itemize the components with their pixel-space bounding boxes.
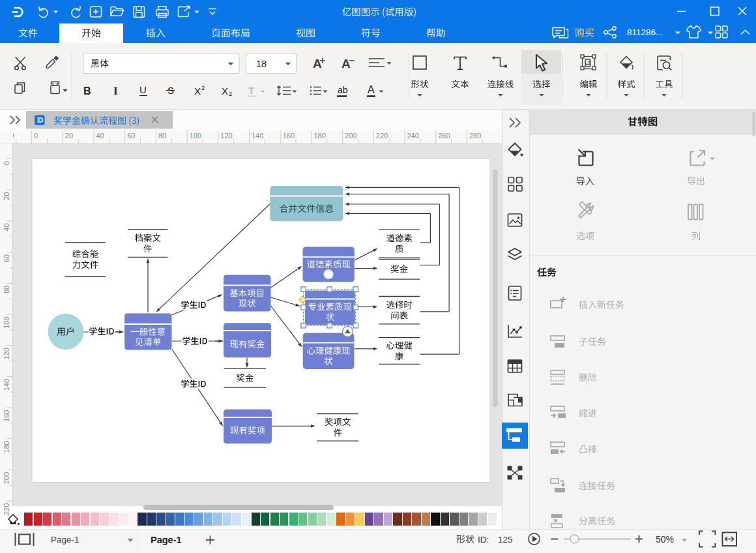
svg-text:100: 100	[190, 132, 201, 140]
svg-text:ab: ab	[338, 85, 348, 95]
svg-text:50%: 50%	[656, 534, 674, 545]
svg-text:80: 80	[158, 132, 166, 140]
svg-text:Page-1: Page-1	[51, 535, 80, 545]
svg-text:200: 200	[345, 132, 356, 140]
svg-text:125: 125	[498, 535, 513, 545]
svg-text:80: 80	[3, 286, 10, 293]
svg-text:U: U	[139, 84, 147, 95]
svg-text:40: 40	[96, 132, 104, 140]
svg-text:220: 220	[376, 132, 388, 140]
svg-text:60: 60	[127, 132, 135, 140]
svg-text:140: 140	[252, 132, 263, 140]
svg-text:0: 0	[34, 132, 38, 140]
svg-text:Page-1: Page-1	[151, 535, 182, 545]
svg-text:260: 260	[438, 132, 450, 140]
svg-text:180: 180	[3, 441, 10, 453]
svg-text:220: 220	[3, 503, 10, 515]
svg-text:280: 280	[469, 132, 481, 140]
svg-text:100: 100	[3, 317, 10, 329]
svg-text:18: 18	[256, 59, 267, 69]
svg-text:120: 120	[3, 348, 10, 359]
svg-text:180: 180	[313, 132, 325, 140]
svg-text:20: 20	[65, 132, 73, 140]
svg-text:240: 240	[407, 132, 419, 140]
svg-text:A: A	[313, 57, 322, 70]
svg-text:120: 120	[220, 132, 232, 140]
svg-text:A: A	[368, 84, 375, 95]
svg-text:200: 200	[3, 472, 10, 484]
svg-text:I: I	[113, 85, 118, 97]
svg-text:T: T	[248, 85, 254, 96]
svg-text:A: A	[342, 57, 351, 70]
svg-text:160: 160	[283, 132, 295, 140]
svg-text:X: X	[222, 85, 228, 97]
svg-text:140: 140	[3, 379, 10, 391]
svg-text:20: 20	[3, 192, 10, 200]
svg-text:0: 0	[3, 161, 10, 165]
svg-text:X: X	[194, 85, 201, 97]
svg-text:B: B	[83, 85, 91, 97]
svg-text:2: 2	[229, 90, 232, 97]
svg-text:60: 60	[3, 254, 10, 262]
svg-text:160: 160	[3, 410, 10, 422]
svg-text:811286...: 811286...	[627, 27, 663, 37]
svg-text:ID:: ID:	[478, 535, 489, 545]
svg-text:40: 40	[3, 223, 10, 231]
svg-text:2: 2	[201, 84, 205, 91]
